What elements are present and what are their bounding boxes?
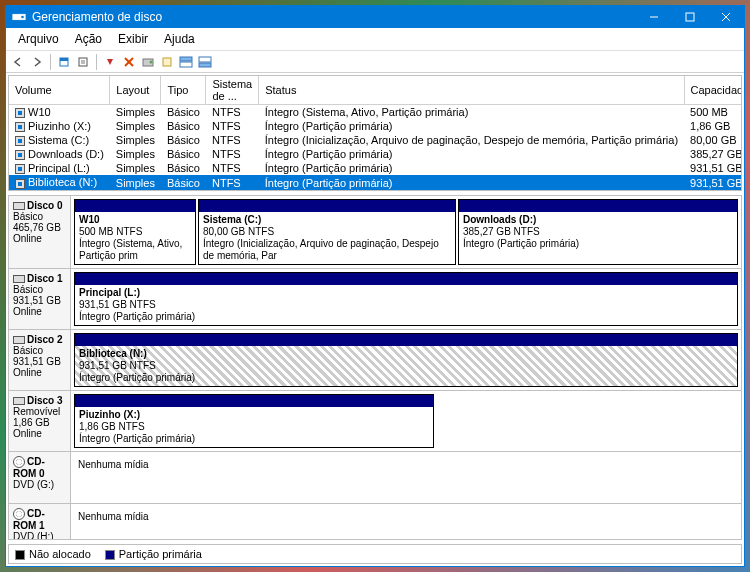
partition[interactable]: Biblioteca (N:)931,51 GB NTFSÍntegro (Pa… xyxy=(74,333,738,387)
svg-rect-15 xyxy=(163,58,171,66)
partition[interactable]: Downloads (D:)385,27 GB NTFSÍntegro (Par… xyxy=(458,199,738,265)
volume-icon xyxy=(15,179,25,189)
legend-primary: Partição primária xyxy=(105,548,202,560)
disk-header[interactable]: Disco 1Básico931,51 GBOnline xyxy=(9,269,71,329)
col-status[interactable]: Status xyxy=(259,76,684,105)
col-layout[interactable]: Layout xyxy=(110,76,161,105)
cell-capacity: 931,51 GB xyxy=(684,175,742,189)
help-button[interactable] xyxy=(159,54,175,70)
cell-type: Básico xyxy=(161,133,206,147)
partition-size: 80,00 GB NTFS xyxy=(203,226,274,237)
svg-rect-8 xyxy=(79,58,87,66)
disk-header[interactable]: Disco 0Básico465,76 GBOnline xyxy=(9,196,71,268)
partition-body: Principal (L:)931,51 GB NTFSÍntegro (Par… xyxy=(75,285,737,325)
disk-header[interactable]: Disco 2Básico931,51 GBOnline xyxy=(9,330,71,390)
partition-status: Íntegro (Sistema, Ativo, Partição prim xyxy=(79,238,182,261)
col-capacity[interactable]: Capacidade xyxy=(684,76,742,105)
properties-button[interactable] xyxy=(75,54,91,70)
disk-partitions: Nenhuma mídia xyxy=(71,452,741,503)
partition[interactable]: Sistema (C:)80,00 GB NTFSÍntegro (Inicia… xyxy=(198,199,456,265)
disk-row[interactable]: CD-ROM 0DVD (G:)Nenhuma mídia xyxy=(9,452,741,504)
settings-button[interactable] xyxy=(140,54,156,70)
table-row[interactable]: Downloads (D:)SimplesBásicoNTFSÍntegro (… xyxy=(9,147,742,161)
partition-name: Piuzinho (X:) xyxy=(79,409,140,420)
partition-bar xyxy=(75,334,737,346)
partition-size: 931,51 GB NTFS xyxy=(79,360,156,371)
cell-capacity: 1,86 GB xyxy=(684,119,742,133)
disk-size: 931,51 GB xyxy=(13,295,61,306)
disk-row[interactable]: Disco 1Básico931,51 GBOnlinePrincipal (L… xyxy=(9,269,741,330)
menu-view[interactable]: Exibir xyxy=(110,30,156,48)
cell-volume: Biblioteca (N:) xyxy=(9,175,110,189)
toolbar-separator xyxy=(96,54,97,70)
delete-button[interactable] xyxy=(121,54,137,70)
partition-name: W10 xyxy=(79,214,100,225)
partition-size: 1,86 GB NTFS xyxy=(79,421,145,432)
maximize-button[interactable] xyxy=(672,6,708,28)
disk-id: Disco 1 xyxy=(27,273,63,284)
window-title: Gerenciamento de disco xyxy=(32,10,162,24)
cell-volume: W10 xyxy=(9,105,110,120)
disk-state: Online xyxy=(13,367,42,378)
svg-rect-17 xyxy=(180,62,192,67)
disk-state: Online xyxy=(13,233,42,244)
cell-volume: Piuzinho (X:) xyxy=(9,119,110,133)
disk-icon xyxy=(13,397,25,405)
svg-rect-19 xyxy=(199,63,211,67)
toolbar xyxy=(6,51,744,73)
cd-icon xyxy=(13,508,25,520)
cell-volume: Downloads (D:) xyxy=(9,147,110,161)
cell-fs: NTFS xyxy=(206,161,259,175)
partition-body: Biblioteca (N:)931,51 GB NTFSÍntegro (Pa… xyxy=(75,346,737,386)
volume-table: Volume Layout Tipo Sistema de ... Status… xyxy=(9,76,742,190)
disk-partitions: Nenhuma mídia xyxy=(71,504,741,540)
col-fs[interactable]: Sistema de ... xyxy=(206,76,259,105)
refresh-button[interactable] xyxy=(56,54,72,70)
menu-help[interactable]: Ajuda xyxy=(156,30,203,48)
table-header-row: Volume Layout Tipo Sistema de ... Status… xyxy=(9,76,742,105)
close-button[interactable] xyxy=(708,6,744,28)
disk-state: Online xyxy=(13,306,42,317)
table-row[interactable]: Biblioteca (N:)SimplesBásicoNTFSÍntegro … xyxy=(9,175,742,189)
disk-kind: DVD (G:) xyxy=(13,479,54,490)
volume-list[interactable]: Volume Layout Tipo Sistema de ... Status… xyxy=(8,75,742,191)
cd-icon xyxy=(13,456,25,468)
col-type[interactable]: Tipo xyxy=(161,76,206,105)
minimize-button[interactable] xyxy=(636,6,672,28)
cell-capacity: 80,00 GB xyxy=(684,133,742,147)
disk-graphical-view[interactable]: Disco 0Básico465,76 GBOnlineW10500 MB NT… xyxy=(8,195,742,540)
disk-row[interactable]: Disco 3Removível1,86 GBOnlinePiuzinho (X… xyxy=(9,391,741,452)
menubar: Arquivo Ação Exibir Ajuda xyxy=(6,28,744,51)
volume-icon xyxy=(15,122,25,132)
menu-action[interactable]: Ação xyxy=(67,30,110,48)
action-button[interactable] xyxy=(102,54,118,70)
layout-bottom-button[interactable] xyxy=(197,54,213,70)
table-row[interactable]: Piuzinho (X:)SimplesBásicoNTFSÍntegro (P… xyxy=(9,119,742,133)
disk-row[interactable]: Disco 2Básico931,51 GBOnlineBiblioteca (… xyxy=(9,330,741,391)
cell-status: Íntegro (Partição primária) xyxy=(259,161,684,175)
partition-status: Íntegro (Partição primária) xyxy=(79,433,195,444)
layout-top-button[interactable] xyxy=(178,54,194,70)
disk-kind: Básico xyxy=(13,345,43,356)
partition[interactable]: Piuzinho (X:)1,86 GB NTFSÍntegro (Partiç… xyxy=(74,394,434,448)
disk-header[interactable]: CD-ROM 0DVD (G:) xyxy=(9,452,71,503)
disk-header[interactable]: CD-ROM 1DVD (H:) xyxy=(9,504,71,540)
table-row[interactable]: Sistema (C:)SimplesBásicoNTFSÍntegro (In… xyxy=(9,133,742,147)
menu-file[interactable]: Arquivo xyxy=(10,30,67,48)
disk-management-window: Gerenciamento de disco Arquivo Ação Exib… xyxy=(5,5,745,567)
table-row[interactable]: W10SimplesBásicoNTFSÍntegro (Sistema, At… xyxy=(9,105,742,120)
titlebar[interactable]: Gerenciamento de disco xyxy=(6,6,744,28)
partition[interactable]: Principal (L:)931,51 GB NTFSÍntegro (Par… xyxy=(74,272,738,326)
disk-row[interactable]: Disco 0Básico465,76 GBOnlineW10500 MB NT… xyxy=(9,196,741,269)
forward-button[interactable] xyxy=(29,54,45,70)
disk-header[interactable]: Disco 3Removível1,86 GBOnline xyxy=(9,391,71,451)
partition[interactable]: W10500 MB NTFSÍntegro (Sistema, Ativo, P… xyxy=(74,199,196,265)
back-button[interactable] xyxy=(10,54,26,70)
disk-partitions: W10500 MB NTFSÍntegro (Sistema, Ativo, P… xyxy=(71,196,741,268)
disk-icon xyxy=(13,275,25,283)
col-volume[interactable]: Volume xyxy=(9,76,110,105)
table-row[interactable]: Principal (L:)SimplesBásicoNTFSÍntegro (… xyxy=(9,161,742,175)
disk-size: 1,86 GB xyxy=(13,417,50,428)
partition-body: W10500 MB NTFSÍntegro (Sistema, Ativo, P… xyxy=(75,212,195,264)
disk-row[interactable]: CD-ROM 1DVD (H:)Nenhuma mídia xyxy=(9,504,741,540)
